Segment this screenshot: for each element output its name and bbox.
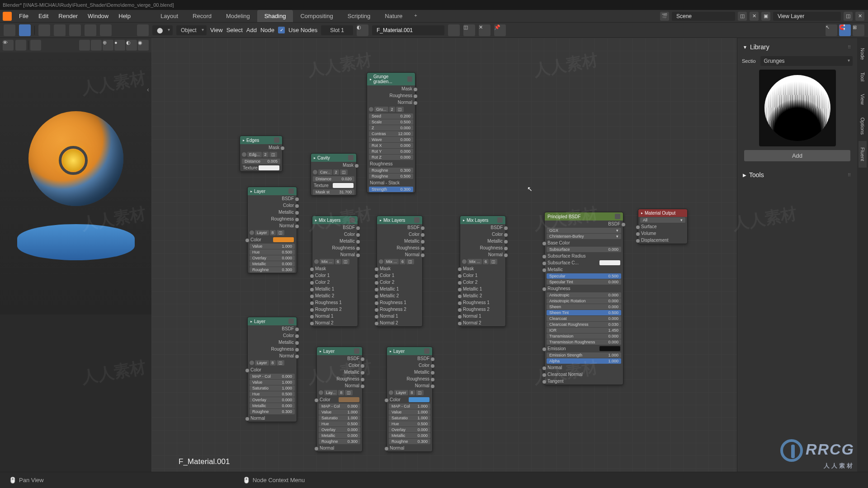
cursor-tool-icon[interactable] [4, 24, 15, 36]
node-header[interactable]: ▸Mix Layers [312, 216, 358, 224]
vp-overlay-icon[interactable] [91, 40, 102, 51]
node-cavity[interactable]: ▸Cavity Mask Cav...2◫ Distance0.020 Text… [311, 153, 357, 196]
library-header[interactable]: ▼Library ⠿ [742, 41, 853, 53]
node-header[interactable]: ▸Layer [248, 317, 297, 325]
vp-sel-icon[interactable] [30, 40, 41, 51]
new-scene-icon[interactable]: ◫ [738, 12, 747, 21]
snap-icon[interactable]: 🧲 [839, 24, 851, 36]
node-header[interactable]: ▸Mix Layers [460, 216, 505, 224]
ws-layout[interactable]: Layout [153, 10, 185, 22]
node-grunge[interactable]: ▸Grunge gradien... Mask Roughness Normal… [367, 72, 415, 193]
top-header: File Edit Render Window Help Layout Reco… [0, 10, 868, 23]
node-mix-3[interactable]: ▸Mix Layers BSDF Color Metallic Roughnes… [460, 216, 506, 327]
node-header[interactable]: ▸Material Output [638, 209, 687, 217]
ws-compositing[interactable]: Compositing [293, 10, 340, 22]
material-browse-icon[interactable]: ◐ [357, 24, 368, 36]
copy-material-icon[interactable]: ◫ [463, 24, 475, 36]
window-titlebar: Blender* [\\NAS-MICHAU\Rudy\Fluent_Shade… [0, 0, 868, 10]
node-layer-3[interactable]: ▸Layer BSDF Color Metallic Roughness Nor… [316, 347, 363, 452]
ws-nature[interactable]: Nature [377, 10, 410, 22]
menu-help[interactable]: Help [118, 13, 131, 19]
viewlayer-field[interactable]: View Layer [773, 12, 841, 21]
vp-mode-icon[interactable] [15, 40, 26, 51]
node-layer-2[interactable]: ▸Layer BSDF Color Metallic Roughness Nor… [247, 317, 297, 422]
scene-icon[interactable]: 🎬 [660, 12, 669, 21]
parent-node-icon[interactable]: ↖ [826, 24, 837, 36]
vtab-view[interactable]: View [859, 88, 867, 111]
delete-scene-icon[interactable]: ✕ [750, 12, 759, 21]
use-nodes-checkbox[interactable]: ✓ [278, 27, 285, 33]
unlink-material-icon[interactable]: ✕ [479, 24, 491, 36]
select-mode-4-icon[interactable] [85, 24, 96, 36]
ws-add-button[interactable]: + [410, 10, 421, 22]
node-mix-1[interactable]: ▸Mix Layers BSDF Color Metallic Roughnes… [312, 216, 358, 327]
menu-select[interactable]: Select [226, 27, 243, 33]
shader-type-dropdown[interactable]: ⬤ [152, 25, 173, 35]
tools-header[interactable]: ▶Tools ⠿ [742, 169, 853, 181]
ws-record[interactable]: Record [185, 10, 219, 22]
node-material-output[interactable]: ▸Material Output All▾ Surface Volume Dis… [638, 209, 688, 244]
select-mode-3-icon[interactable] [69, 24, 81, 36]
node-layer-4[interactable]: ▸Layer BSDF Color Metallic Roughness Nor… [387, 347, 433, 452]
vtab-node[interactable]: Node [859, 42, 867, 66]
blender-icon[interactable] [3, 12, 12, 21]
vp-gizmo-icon[interactable] [79, 40, 90, 51]
node-header[interactable]: ▸Layer [317, 347, 362, 355]
node-header[interactable]: ▸Layer [248, 187, 297, 195]
section-label: Sectio [742, 58, 756, 64]
material-name-field[interactable]: F_Material.001 [372, 25, 444, 35]
pin-icon[interactable]: 📌 [494, 24, 506, 36]
select-mode-5-icon[interactable] [100, 24, 112, 36]
main-menu: File Edit Render Window Help [14, 13, 135, 19]
menu-view[interactable]: View [210, 27, 223, 33]
select-mode-2-icon[interactable] [54, 24, 66, 36]
node-edges[interactable]: ▸Edges Mask Edg...2◫ Distance0.005 Textu… [240, 136, 283, 172]
vp-wire-icon[interactable]: ⊕ [103, 40, 113, 51]
ws-modeling[interactable]: Modeling [219, 10, 257, 22]
vp-editor-icon[interactable]: 👁 [3, 40, 14, 51]
node-header[interactable]: ▸Cavity [311, 154, 356, 162]
node-header[interactable]: ▸Edges [240, 136, 282, 144]
menu-file[interactable]: File [19, 13, 28, 19]
ws-shading[interactable]: Shading [257, 10, 293, 22]
node-header[interactable]: ▸Grunge gradien... [367, 73, 415, 85]
select-mode-1-icon[interactable] [38, 24, 50, 36]
vp-matprev-icon[interactable]: ◐ [126, 40, 137, 51]
viewport-header: 👁 ⊕ ● ◐ ◉ [0, 38, 151, 52]
node-mix-2[interactable]: ▸Mix Layers BSDF Color Metallic Roughnes… [377, 216, 423, 327]
menu-edit[interactable]: Edit [38, 13, 48, 19]
menu-add[interactable]: Add [246, 27, 257, 33]
node-principled-bsdf[interactable]: Principled BSDF BSDF GGX▾ Christensen-Bu… [544, 212, 623, 385]
slot-dropdown[interactable]: Slot 1 [321, 25, 353, 35]
node-header[interactable]: Principled BSDF [545, 212, 623, 221]
menu-window[interactable]: Window [88, 13, 108, 19]
title-text: Blender* [\\NAS-MICHAU\Rudy\Fluent_Shade… [3, 2, 174, 8]
scene-field[interactable]: Scene [672, 12, 735, 21]
add-button[interactable]: Add [744, 150, 850, 161]
menu-node[interactable]: Node [260, 27, 274, 33]
ws-scripting[interactable]: Scripting [340, 10, 378, 22]
node-header[interactable]: ▸Layer [387, 347, 432, 355]
select-tool-icon[interactable] [19, 24, 31, 36]
collapse-icon[interactable]: ‹ [147, 86, 149, 93]
vtab-tool[interactable]: Tool [859, 66, 867, 88]
vtab-fluent[interactable]: Fluent [859, 141, 867, 168]
editor-type-icon[interactable] [137, 24, 149, 36]
node-layer-1[interactable]: ▸Layer BSDF Color Metallic Roughness Nor… [247, 187, 297, 273]
vp-solid-icon[interactable]: ● [114, 40, 125, 51]
overlay-icon[interactable]: ⊞ [853, 24, 864, 36]
node-editor-toolbar: ⬤ Object View Select Add Node ✓ Use Node… [0, 23, 868, 38]
shield-icon[interactable] [448, 24, 460, 36]
viewlayer-icon[interactable]: ▣ [761, 12, 770, 21]
node-editor[interactable]: ▸Edges Mask Edg...2◫ Distance0.005 Textu… [151, 38, 737, 472]
menu-render[interactable]: Render [58, 13, 78, 19]
vtab-options[interactable]: Options [859, 111, 867, 141]
viewport-canvas[interactable] [0, 52, 151, 314]
delete-viewlayer-icon[interactable]: ✕ [855, 12, 864, 21]
new-viewlayer-icon[interactable]: ◫ [844, 12, 853, 21]
vp-render-icon[interactable]: ◉ [138, 40, 149, 51]
object-mode-dropdown[interactable]: Object [176, 25, 207, 35]
section-dropdown[interactable]: Grunges [760, 56, 853, 66]
node-header[interactable]: ▸Mix Layers [377, 216, 422, 224]
grunge-preview[interactable] [759, 70, 836, 146]
